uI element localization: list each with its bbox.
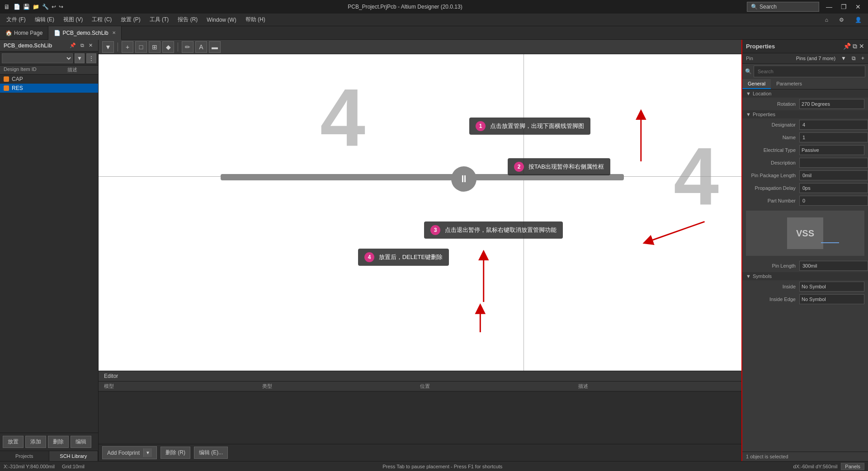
line-tool[interactable]: ▬ xyxy=(209,41,221,53)
tab-schlib[interactable]: 📄 PCB_demo.SchLib ✕ xyxy=(48,26,121,40)
inside-edge-row: Inside Edge No Symbol xyxy=(742,293,868,306)
toolbar-expand-button[interactable]: ▼ xyxy=(75,53,85,63)
panel-close-button[interactable]: ✕ xyxy=(87,42,94,49)
part-number-input[interactable] xyxy=(799,196,868,206)
tab-parameters[interactable]: Parameters xyxy=(771,79,807,89)
tab-home[interactable]: 🏠 Home Page xyxy=(0,26,48,40)
place-button[interactable]: 放置 xyxy=(3,436,24,448)
snap-tool[interactable]: ◆ xyxy=(162,41,174,53)
menu-file[interactable]: 文件 (F) xyxy=(2,14,30,25)
name-input[interactable] xyxy=(799,132,868,142)
add-tool[interactable]: + xyxy=(122,41,133,53)
pin-filter-label: Pins (and 7 more) xyxy=(796,56,835,61)
delete-button[interactable]: 删除 xyxy=(48,436,69,448)
schlib-tab-bottom[interactable]: SCH Library xyxy=(49,451,99,461)
filter-tool[interactable]: ▼ xyxy=(102,41,114,53)
cap-label: CAP xyxy=(12,76,23,82)
projects-tab[interactable]: Projects xyxy=(0,451,49,461)
toolbar-separator-1 xyxy=(118,42,118,52)
properties-float-button[interactable]: ⧉ xyxy=(853,42,857,50)
library-item-res[interactable]: RES xyxy=(0,84,98,93)
pin-add-icon[interactable]: + xyxy=(861,55,864,61)
tab-general[interactable]: General xyxy=(742,79,771,89)
titlebar-search[interactable]: 🔍 Search xyxy=(747,2,819,12)
pin-package-length-label: Pin Package Length xyxy=(746,173,796,178)
panels-button[interactable]: Panels xyxy=(841,463,864,470)
menu-edit[interactable]: 编辑 (E) xyxy=(30,14,59,25)
edit-button[interactable]: 编辑 xyxy=(71,436,91,448)
description-input[interactable] xyxy=(799,158,868,168)
menu-tools[interactable]: 工具 (T) xyxy=(145,14,174,25)
edit-model-button[interactable]: 编辑 (E)... xyxy=(194,447,228,459)
library-column-headers: Design Item ID 描述 xyxy=(0,66,98,75)
text-tool[interactable]: A xyxy=(195,41,207,53)
designator-input[interactable] xyxy=(799,120,868,130)
editor-header: Editor xyxy=(99,371,741,382)
add-footprint-label: Add Footprint xyxy=(107,450,140,456)
rect-tool[interactable]: □ xyxy=(135,41,147,53)
user-icon[interactable]: 👤 xyxy=(850,15,866,25)
inside-label: Inside xyxy=(746,284,796,289)
canvas-content[interactable]: 4 4 ⏸ 1 点击放置管脚，出现下面横线管脚图 2 按TAB出现暂停和右侧属性… xyxy=(99,54,741,371)
status-message: Press Tab to pause placement - Press F1 … xyxy=(92,464,793,469)
minimize-button[interactable]: — xyxy=(823,0,835,13)
part-number-label: Part Number xyxy=(746,198,796,203)
panel-float-button[interactable]: ⧉ xyxy=(79,42,86,49)
electrical-type-select[interactable]: Passive xyxy=(799,145,864,155)
menu-window[interactable]: Window (W) xyxy=(202,15,241,25)
menu-help[interactable]: 帮助 (H) xyxy=(241,14,270,25)
editor-content-area xyxy=(99,391,741,444)
pin-copy-icon[interactable]: ⧉ xyxy=(852,55,856,61)
pin-package-length-input[interactable] xyxy=(799,170,868,180)
propagation-delay-row: Propagation Delay xyxy=(742,182,868,194)
canvas-toolbar: ▼ + □ ⊞ ◆ ✏ A ▬ xyxy=(99,40,741,54)
add-footprint-button[interactable]: Add Footprint ▼ xyxy=(102,446,157,459)
remove-button[interactable]: 删除 (R) xyxy=(160,447,190,459)
properties-panel: Properties 📌 ⧉ ✕ Pin Pins (and 7 more) ▼… xyxy=(741,40,868,461)
left-panel: PCB_demo.SchLib 📌 ⧉ ✕ ▼ ⋮ Design Item ID… xyxy=(0,40,99,461)
propagation-delay-input[interactable] xyxy=(799,183,868,193)
center-area: ▼ + □ ⊞ ◆ ✏ A ▬ 4 4 ⏸ 1 xyxy=(99,40,741,461)
symbols-section-header[interactable]: ▼ Symbols xyxy=(742,272,868,280)
pin-filter-icon[interactable]: ▼ xyxy=(841,55,846,61)
properties-pin-button[interactable]: 📌 xyxy=(843,42,851,50)
properties-collapse-icon: ▼ xyxy=(746,112,751,117)
properties-section-header[interactable]: ▼ Properties xyxy=(742,110,868,118)
close-button[interactable]: ✕ xyxy=(852,0,864,13)
col-description: 描述 xyxy=(67,66,94,73)
home-icon[interactable]: ⌂ xyxy=(821,15,833,25)
properties-search-input[interactable] xyxy=(754,66,865,77)
titlebar: 🖥 📄 💾 📁 🔧 ↩ ↪ PCB_Project.PrjPcb - Altiu… xyxy=(0,0,868,14)
library-item-cap[interactable]: CAP xyxy=(0,75,98,84)
inside-select[interactable]: No Symbol xyxy=(799,282,864,292)
pin-length-label: Pin Length xyxy=(746,263,796,268)
menu-report[interactable]: 报告 (R) xyxy=(173,14,202,25)
add-button[interactable]: 添加 xyxy=(25,436,46,448)
vss-preview: VSS xyxy=(746,211,864,256)
menu-project[interactable]: 工程 (C) xyxy=(87,14,116,25)
rotation-select[interactable]: 270 Degrees xyxy=(799,99,864,109)
properties-close-button[interactable]: ✕ xyxy=(859,42,864,50)
menu-view[interactable]: 视图 (V) xyxy=(59,14,87,25)
maximize-button[interactable]: ❐ xyxy=(837,0,850,13)
settings-icon[interactable]: ⚙ xyxy=(835,15,849,25)
add-footprint-dropdown[interactable]: ▼ xyxy=(143,448,152,457)
toolbar-more-button[interactable]: ⋮ xyxy=(86,53,96,63)
panel-pin-button[interactable]: 📌 xyxy=(68,42,78,49)
library-items-list: CAP RES xyxy=(0,75,98,433)
location-section-header[interactable]: ▼ Location xyxy=(742,89,868,98)
properties-controls: 📌 ⧉ ✕ xyxy=(843,42,864,50)
pause-button[interactable]: ⏸ xyxy=(451,166,476,192)
schlib-tab-close[interactable]: ✕ xyxy=(112,30,116,35)
callout-1: 1 点击放置管脚，出现下面横线管脚图 xyxy=(469,118,590,135)
erase-tool[interactable]: ✏ xyxy=(182,41,193,53)
pin-length-input[interactable] xyxy=(799,261,868,271)
editor-col-description: 描述 xyxy=(578,383,736,390)
grid-tool[interactable]: ⊞ xyxy=(149,41,160,53)
inside-row: Inside No Symbol xyxy=(742,280,868,293)
menu-place[interactable]: 放置 (P) xyxy=(116,14,145,25)
properties-search-container: 🔍 xyxy=(742,64,868,79)
search-icon: 🔍 xyxy=(745,68,752,75)
library-dropdown[interactable] xyxy=(2,53,73,63)
inside-edge-select[interactable]: No Symbol xyxy=(799,294,864,304)
